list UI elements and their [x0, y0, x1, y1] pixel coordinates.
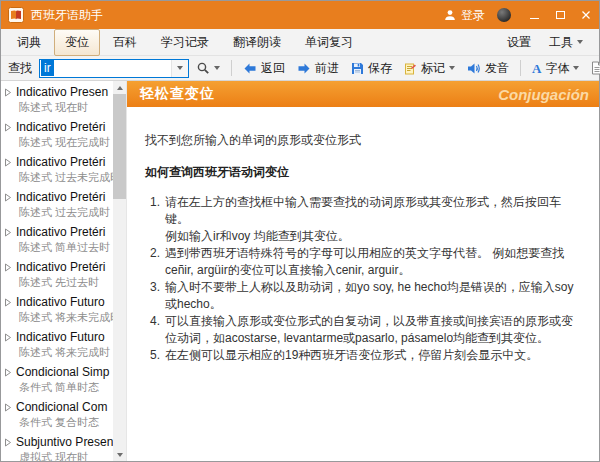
expand-arrow-icon[interactable] [4, 438, 12, 447]
expand-arrow-icon[interactable] [4, 228, 12, 237]
tense-name-zh: 陈述式 现在时 [4, 100, 113, 115]
tense-name-es: Indicativo Pretéri [16, 155, 105, 169]
tab-conjugation[interactable]: 变位 [54, 29, 100, 56]
banner-subtitle: Conjugación [498, 86, 589, 103]
close-button[interactable] [573, 1, 599, 29]
save-icon [351, 62, 364, 75]
scroll-down-button[interactable] [113, 448, 126, 461]
title-bar: 西班牙语助手 登录 [1, 1, 599, 29]
minimize-icon [530, 18, 539, 19]
expand-arrow-icon[interactable] [4, 88, 12, 97]
tense-name-es: Indicativo Pretéri [16, 225, 105, 239]
step-text: 在左侧可以显示相应的19种西班牙语变位形式，停留片刻会显示中文。 [165, 347, 583, 364]
expand-arrow-icon[interactable] [4, 368, 12, 377]
forward-arrow-icon [297, 62, 311, 75]
tense-name-zh: 陈述式 现在完成时 [4, 135, 113, 150]
step-text: 可以直接输入原形或变位形式的自复动词，以及带直接或间接宾语的原形或变位动词，如a… [165, 313, 583, 347]
step-number: 5. [145, 347, 160, 364]
back-label: 返回 [261, 60, 285, 77]
search-combobox[interactable]: ir [39, 59, 189, 78]
howto-steps: 1. 请在左上方的查找框中输入需要查找的动词原形或其变位形式，然后按回车键。例如… [145, 194, 583, 364]
sidebar-item[interactable]: Indicativo Pretéri 陈述式 过去完成时 [1, 187, 113, 222]
save-label: 保存 [368, 60, 392, 77]
expand-arrow-icon[interactable] [4, 193, 12, 202]
close-icon [581, 10, 591, 20]
login-button[interactable]: 登录 [438, 1, 491, 29]
tab-word-review[interactable]: 单词复习 [294, 29, 364, 56]
save-button[interactable]: 保存 [346, 57, 397, 80]
mark-button[interactable]: 标记 [399, 57, 460, 80]
settings-label: 设置 [507, 34, 531, 51]
tense-name-es: Indicativo Futuro [16, 330, 105, 344]
tools-button[interactable]: 工具 [541, 30, 591, 55]
sidebar-item[interactable]: Indicativo Futuro 陈述式 将来完成时 [1, 327, 113, 362]
tab-study-record[interactable]: 学习记录 [150, 29, 220, 56]
chevron-down-icon [177, 66, 183, 70]
expand-arrow-icon[interactable] [4, 123, 12, 132]
forward-button[interactable]: 前进 [292, 57, 344, 80]
tense-name-es: Condicional Simp [16, 365, 109, 379]
tab-translate-read[interactable]: 翻译朗读 [222, 29, 292, 56]
step-number: 3. [145, 279, 160, 313]
combo-dropdown-button[interactable] [171, 60, 188, 77]
expand-arrow-icon[interactable] [4, 333, 12, 342]
minimize-button[interactable] [521, 1, 547, 29]
pronounce-button[interactable]: 发音 [462, 57, 514, 80]
scroll-up-button[interactable] [113, 81, 126, 94]
login-label: 登录 [461, 7, 485, 24]
tense-name-es: Indicativo Futuro [16, 295, 105, 309]
app-window: 西班牙语助手 登录 词典 变位 百科 学习记录 翻译朗读 单词复习 设置 [0, 0, 600, 462]
sidebar-scrollbar[interactable] [113, 81, 126, 461]
toolbar: 查找 ir 返回 前进 [1, 56, 599, 81]
step-number: 4. [145, 313, 160, 347]
sidebar-item[interactable]: Indicativo Pretéri 陈述式 简单过去时 [1, 222, 113, 257]
scroll-track[interactable] [113, 94, 126, 448]
tab-dictionary[interactable]: 词典 [6, 29, 52, 56]
tense-name-es: Indicativo Pretéri [16, 120, 105, 134]
window-title: 西班牙语助手 [31, 7, 103, 24]
chevron-down-icon [577, 40, 583, 44]
maximize-button[interactable] [547, 1, 573, 29]
expand-arrow-icon[interactable] [4, 403, 12, 412]
tense-name-zh: 陈述式 过去未完成时 [4, 170, 113, 185]
sidebar-item[interactable]: Condicional Com 条件式 复合时态 [1, 397, 113, 432]
font-icon: A [532, 62, 541, 75]
tense-name-es: Condicional Com [16, 400, 107, 414]
sidebar-item[interactable]: Subjuntivo Presen 虚拟式 现在时 [1, 432, 113, 461]
theme-icon[interactable] [497, 8, 511, 22]
search-button[interactable] [191, 58, 225, 78]
sidebar-item[interactable]: Condicional Simp 条件式 简单时态 [1, 362, 113, 397]
pronounce-label: 发音 [485, 60, 509, 77]
tense-name-es: Indicativo Pretéri [16, 190, 105, 204]
sidebar-item[interactable]: Indicativo Pretéri 陈述式 先过去时 [1, 257, 113, 292]
font-button[interactable]: A 字体 [527, 57, 584, 80]
chevron-down-icon [449, 66, 455, 70]
sidebar-item[interactable]: Indicativo Pretéri 陈述式 过去未完成时 [1, 152, 113, 187]
howto-step: 1. 请在左上方的查找框中输入需要查找的动词原形或其变位形式，然后按回车键。例如… [145, 194, 583, 245]
expand-arrow-icon[interactable] [4, 263, 12, 272]
tense-name-zh: 陈述式 将来完成时 [4, 345, 113, 360]
howto-step: 5. 在左侧可以显示相应的19种西班牙语变位形式，停留片刻会显示中文。 [145, 347, 583, 364]
expand-arrow-icon[interactable] [4, 298, 12, 307]
step-text: 请在左上方的查找框中输入需要查找的动词原形或其变位形式，然后按回车键。例如输入i… [165, 194, 583, 245]
user-icon [444, 9, 456, 21]
tense-name-es: Indicativo Pretéri [16, 260, 105, 274]
settings-button[interactable]: 设置 [499, 30, 539, 55]
back-arrow-icon [243, 62, 257, 75]
tense-name-zh: 虚拟式 现在时 [4, 450, 113, 461]
tab-encyclopedia[interactable]: 百科 [102, 29, 148, 56]
sidebar-item[interactable]: Indicativo Pretéri 陈述式 现在完成时 [1, 117, 113, 152]
step-text: 输入时不要带上人称以及助动词，如yo soy, he hecho均是错误的，应输… [165, 279, 583, 313]
document-button[interactable] [586, 58, 600, 78]
search-input-value[interactable]: ir [41, 60, 54, 76]
scroll-thumb[interactable] [113, 94, 126, 199]
tense-name-zh: 陈述式 将来未完成时 [4, 310, 113, 325]
app-icon [8, 7, 24, 23]
back-button[interactable]: 返回 [238, 57, 290, 80]
sidebar-item[interactable]: Indicativo Futuro 陈述式 将来未完成时 [1, 292, 113, 327]
expand-arrow-icon[interactable] [4, 158, 12, 167]
howto-step: 4. 可以直接输入原形或变位形式的自复动词，以及带直接或间接宾语的原形或变位动词… [145, 313, 583, 347]
main-panel: 轻松查变位 Conjugación 找不到您所输入的单词的原形或变位形式 如何查… [126, 81, 599, 461]
sidebar-item[interactable]: Indicativo Presen 陈述式 现在时 [1, 82, 113, 117]
tools-label: 工具 [549, 34, 573, 51]
